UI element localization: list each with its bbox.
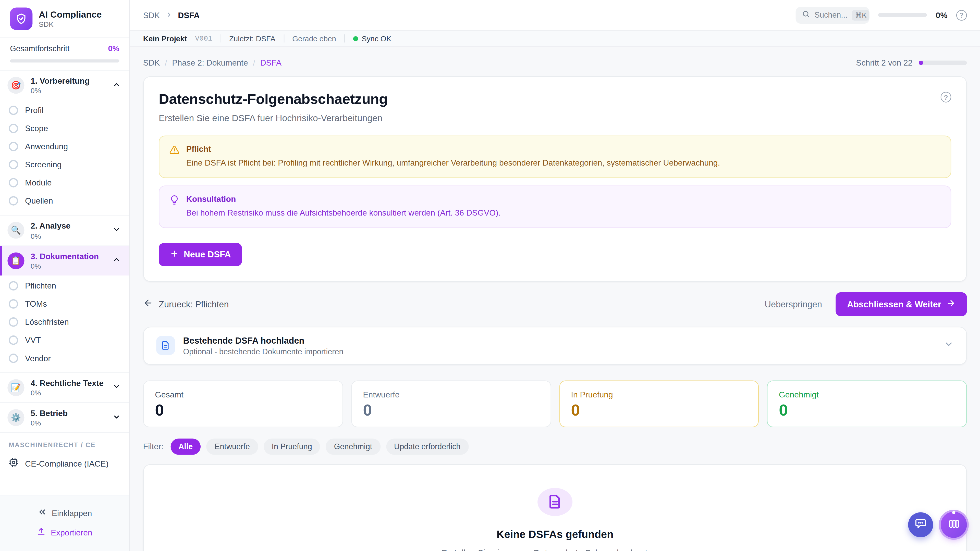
back-link[interactable]: Zurueck: Pflichten [143, 298, 229, 310]
step-label: Schritt 2 von 22 [856, 58, 912, 68]
overall-progress-bar [10, 59, 119, 62]
divider [221, 35, 221, 43]
sidebar-section-analyse[interactable]: 🔍 2. Analyse 0% [0, 216, 129, 245]
upload-existing-dsfa-card[interactable]: Bestehende DSFA hochladen Optional - bes… [143, 327, 967, 365]
page-subtitle: Erstellen Sie eine DSFA fuer Hochrisiko-… [159, 113, 951, 123]
clipboard-icon: 📋 [7, 252, 24, 269]
overall-progress-label: Gesamtfortschritt [10, 44, 69, 53]
new-dsfa-button[interactable]: Neue DSFA [159, 243, 242, 266]
sidebar-item-scope[interactable]: Scope [0, 119, 129, 138]
filter-chip-alle[interactable]: Alle [170, 438, 201, 454]
topbar-progress-bar [878, 13, 927, 17]
overall-progress: Gesamtfortschritt 0% [0, 38, 129, 70]
main-area: SDK DSFA Suchen... ⌘K 0% ? Kein Projekt … [130, 0, 980, 551]
chevron-down-icon [113, 225, 121, 236]
upload-title: Bestehende DSFA hochladen [183, 335, 344, 345]
sidebar-item-loeschfristen[interactable]: Löschfristen [0, 313, 129, 331]
sidebar-item-quellen[interactable]: Quellen [0, 192, 129, 210]
filter-chip-in-pruefung[interactable]: In Pruefung [264, 438, 320, 454]
card-help-icon[interactable]: ? [941, 92, 951, 103]
skip-button[interactable]: Ueberspringen [765, 299, 822, 309]
radio-circle-icon [9, 124, 18, 133]
radio-circle-icon [9, 335, 18, 345]
arrow-left-icon [143, 298, 153, 310]
sidebar: AI Compliance SDK Gesamtfortschritt 0% 🎯… [0, 0, 130, 551]
sidebar-section-vorbereitung[interactable]: 🎯 1. Vorbereitung 0% [0, 71, 129, 100]
warning-title: Pflicht [186, 144, 720, 154]
radio-circle-icon [9, 197, 18, 206]
target-icon: 🎯 [7, 77, 24, 94]
version-badge: V001 [195, 35, 212, 43]
stat-card-genehmigt: Genehmigt 0 [767, 380, 967, 427]
radio-circle-icon [9, 106, 18, 115]
cpu-chip-icon [9, 457, 19, 470]
section-percent: 0% [30, 87, 106, 94]
chevron-down-icon [113, 412, 121, 423]
document-icon [538, 488, 573, 516]
boards-button[interactable] [941, 512, 967, 538]
radio-circle-icon [9, 354, 18, 363]
sidebar-item-anwendung[interactable]: Anwendung [0, 138, 129, 156]
overall-progress-value: 0% [108, 44, 119, 53]
info-title: Konsultation [186, 194, 501, 203]
stat-card-gesamt: Gesamt 0 [143, 380, 343, 427]
filter-chip-update-erforderlich[interactable]: Update erforderlich [386, 438, 469, 454]
breadcrumb-phase2[interactable]: Phase 2: Dokumente [172, 58, 248, 68]
sidebar-section-rechtliche-texte[interactable]: 📝 4. Rechtliche Texte 0% [0, 373, 129, 402]
sidebar-item-module[interactable]: Module [0, 174, 129, 192]
memo-icon: 📝 [7, 379, 24, 396]
step-progress-bar [919, 61, 967, 65]
warning-triangle-icon [169, 145, 180, 169]
chat-button[interactable] [908, 512, 933, 537]
sync-ok-dot-icon [353, 36, 358, 41]
last-step-label: Zuletzt: DSFA [229, 34, 275, 43]
collapse-sidebar-button[interactable]: Einklappen [0, 503, 129, 523]
breadcrumb-sdk[interactable]: SDK [143, 58, 160, 68]
stats-row: Gesamt 0 Entwuerfe 0 In Pruefung 0 Geneh… [143, 380, 967, 427]
columns-icon [948, 518, 960, 532]
app-subtitle: SDK [39, 21, 102, 28]
stat-card-entwuerfe: Entwuerfe 0 [351, 380, 551, 427]
chevron-up-icon [113, 255, 121, 266]
pflicht-warning-box: Pflicht Eine DSFA ist Pflicht bei: Profi… [159, 135, 951, 178]
help-icon[interactable]: ? [956, 10, 967, 21]
project-name: Kein Projekt [143, 34, 187, 43]
export-button[interactable]: Exportieren [0, 523, 129, 542]
page-breadcrumb: SDK / Phase 2: Dokumente / DSFA [143, 58, 282, 68]
sync-status: Sync OK [353, 34, 391, 43]
filter-chip-genehmigt[interactable]: Genehmigt [326, 438, 380, 454]
radio-circle-icon [9, 142, 18, 151]
sidebar-item-profil[interactable]: Profil [0, 101, 129, 119]
page-content: SDK / Phase 2: Dokumente / DSFA Schritt … [130, 47, 980, 551]
sidebar-item-pflichten[interactable]: Pflichten [0, 276, 129, 295]
section-label: 1. Vorbereitung [30, 76, 106, 86]
search-input[interactable]: Suchen... ⌘K [796, 6, 870, 24]
sidebar-section-dokumentation[interactable]: 📋 3. Dokumentation 0% [0, 246, 129, 275]
chevron-down-icon[interactable] [944, 339, 954, 352]
finish-next-button[interactable]: Abschliessen & Weiter [836, 292, 967, 316]
sidebar-nav: 🎯 1. Vorbereitung 0% Profil Scope Anwend… [0, 70, 129, 495]
dsfa-list-empty-state: Keine DSFAs gefunden Erstellen Sie eine … [143, 464, 967, 551]
konsultation-info-box: Konsultation Bei hohem Restrisiko muss d… [159, 186, 951, 228]
filter-chip-entwuerfe[interactable]: Entwuerfe [207, 438, 258, 454]
chevron-up-icon [113, 80, 121, 91]
breadcrumb-current: DSFA [178, 10, 200, 20]
sidebar-item-toms[interactable]: TOMs [0, 295, 129, 313]
sidebar-item-vendor[interactable]: Vendor [0, 349, 129, 367]
sidebar-item-screening[interactable]: Screening [0, 156, 129, 174]
filter-label: Filter: [143, 442, 164, 451]
breadcrumb-root[interactable]: SDK [143, 10, 160, 20]
chat-bubble-icon [915, 517, 927, 532]
topbar: SDK DSFA Suchen... ⌘K 0% ? [130, 0, 980, 30]
sidebar-item-vvt[interactable]: VVT [0, 331, 129, 349]
divider [344, 35, 345, 43]
info-text: Bei hohem Restrisiko muss die Aufsichtsb… [186, 207, 501, 219]
radio-circle-icon [9, 281, 18, 290]
sidebar-section-betrieb[interactable]: ⚙️ 5. Betrieb 0% [0, 403, 129, 433]
group-label-maschinenrecht: MASCHINENRECHT / CE [0, 433, 129, 453]
divider [283, 35, 284, 43]
warning-text: Eine DSFA ist Pflicht bei: Profiling mit… [186, 157, 720, 169]
shield-check-logo-icon [10, 7, 32, 30]
sidebar-item-ce-compliance[interactable]: CE-Compliance (IACE) [0, 453, 129, 478]
empty-state-subtitle: Erstellen Sie eine neue Datenschutz-Folg… [441, 548, 669, 551]
